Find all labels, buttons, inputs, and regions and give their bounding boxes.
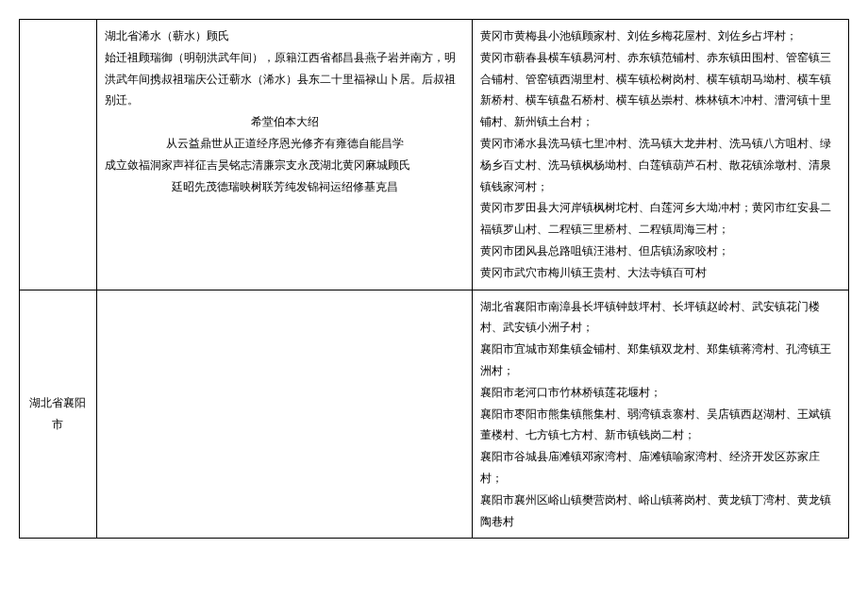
region-text-2: 湖北省襄阳市 <box>29 396 86 431</box>
desc-title: 湖北省浠水（蕲水）顾氏 <box>105 25 465 47</box>
desc-c3: 廷昭先茂德瑞映树联芳纯发锦祠运绍修基克昌 <box>105 176 465 198</box>
villages-cell-1: 黄冈市黄梅县小池镇顾家村、刘佐乡梅花屋村、刘佐乡占坪村； 黄冈市蕲春县横车镇易河… <box>473 20 849 290</box>
region-cell-2: 湖北省襄阳市 <box>20 290 97 539</box>
village-line: 黄冈市黄梅县小池镇顾家村、刘佐乡梅花屋村、刘佐乡占坪村； <box>480 25 841 47</box>
region-cell-1 <box>20 20 97 290</box>
village-line: 黄冈市武穴市梅川镇王贵村、大法寺镇百可村 <box>480 262 841 284</box>
village-line: 湖北省襄阳市南漳县长坪镇钟鼓坪村、长坪镇赵岭村、武安镇花门楼村、武安镇小洲子村； <box>480 296 841 340</box>
desc-c1: 希堂伯本大绍 <box>105 111 465 133</box>
village-line: 襄阳市枣阳市熊集镇熊集村、弱湾镇袁寨村、吴店镇西赵湖村、王斌镇董楼村、七方镇七方… <box>480 404 841 447</box>
village-line: 黄冈市浠水县洗马镇七里冲村、洗马镇大龙井村、洗马镇八方咀村、绿杨乡百丈村、洗马镇… <box>480 133 841 197</box>
village-line: 黄冈市罗田县大河岸镇枫树坨村、白莲河乡大坳冲村；黄冈市红安县二福镇罗山村、二程镇… <box>480 197 841 241</box>
desc-cell-1: 湖北省浠水（蕲水）顾氏 始迁祖顾瑞御（明朝洪武年间），原籍江西省都昌县燕子岩并南… <box>96 20 473 290</box>
desc-p1: 始迁祖顾瑞御（明朝洪武年间），原籍江西省都昌县燕子岩并南方，明洪武年间携叔祖瑞庆… <box>105 47 465 111</box>
villages-cell-2: 湖北省襄阳市南漳县长坪镇钟鼓坪村、长坪镇赵岭村、武安镇花门楼村、武安镇小洲子村；… <box>473 290 849 539</box>
village-line: 襄阳市襄州区峪山镇樊营岗村、峪山镇蒋岗村、黄龙镇丁湾村、黄龙镇陶巷村 <box>480 490 841 533</box>
desc-c2: 从云益鼎世从正道经序恩光修齐有雍德自能昌学 <box>105 133 465 155</box>
village-line: 襄阳市老河口市竹林桥镇莲花堰村； <box>480 382 841 404</box>
village-line: 黄冈市蕲春县横车镇易河村、赤东镇范铺村、赤东镇田围村、管窑镇三合铺村、管窑镇西湖… <box>480 47 841 133</box>
village-line: 襄阳市谷城县庙滩镇邓家湾村、庙滩镇喻家湾村、经济开发区苏家庄村； <box>480 446 841 490</box>
village-line: 襄阳市宜城市郑集镇金铺村、郑集镇双龙村、郑集镇蒋湾村、孔湾镇王洲村； <box>480 339 841 382</box>
desc-cell-2 <box>96 290 473 539</box>
village-line: 黄冈市团风县总路咀镇汪港村、但店镇汤家咬村； <box>480 241 841 262</box>
desc-p2: 成立敛福洞家声祥征吉昊铭志清廉宗支永茂湖北黄冈麻城顾氏 <box>105 155 465 176</box>
